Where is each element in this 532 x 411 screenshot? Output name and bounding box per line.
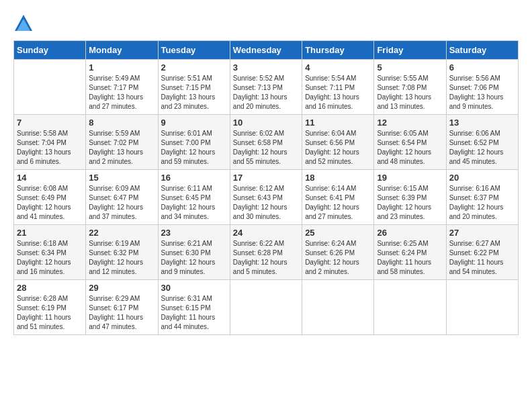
calendar-cell: 28Sunrise: 6:28 AMSunset: 6:19 PMDayligh… xyxy=(14,280,86,335)
calendar-cell: 29Sunrise: 6:29 AMSunset: 6:17 PMDayligh… xyxy=(86,280,158,335)
cell-info: Sunrise: 6:21 AMSunset: 6:30 PMDaylight:… xyxy=(161,239,227,277)
calendar-cell: 2Sunrise: 5:51 AMSunset: 7:15 PMDaylight… xyxy=(158,60,230,115)
calendar-cell: 20Sunrise: 6:16 AMSunset: 6:37 PMDayligh… xyxy=(446,170,518,225)
day-header-friday: Friday xyxy=(374,41,446,60)
day-number: 7 xyxy=(17,118,83,128)
day-number: 20 xyxy=(449,173,515,183)
cell-info: Sunrise: 6:28 AMSunset: 6:19 PMDaylight:… xyxy=(17,294,83,332)
cell-info: Sunrise: 6:12 AMSunset: 6:43 PMDaylight:… xyxy=(233,184,299,222)
calendar-cell: 23Sunrise: 6:21 AMSunset: 6:30 PMDayligh… xyxy=(158,225,230,280)
calendar-cell: 4Sunrise: 5:54 AMSunset: 7:11 PMDaylight… xyxy=(302,60,374,115)
calendar-cell: 1Sunrise: 5:49 AMSunset: 7:17 PMDaylight… xyxy=(86,60,158,115)
day-number: 12 xyxy=(377,118,443,128)
day-number: 8 xyxy=(89,118,154,128)
calendar-week-2: 7Sunrise: 5:58 AMSunset: 7:04 PMDaylight… xyxy=(14,115,519,170)
cell-info: Sunrise: 6:11 AMSunset: 6:45 PMDaylight:… xyxy=(161,184,227,222)
logo xyxy=(13,13,36,34)
calendar-cell: 30Sunrise: 6:31 AMSunset: 6:15 PMDayligh… xyxy=(158,280,230,335)
day-number: 18 xyxy=(305,173,371,183)
day-number: 26 xyxy=(377,228,443,238)
cell-info: Sunrise: 6:24 AMSunset: 6:26 PMDaylight:… xyxy=(305,239,371,277)
day-header-saturday: Saturday xyxy=(446,41,518,60)
day-number: 3 xyxy=(233,62,299,73)
calendar-cell: 21Sunrise: 6:18 AMSunset: 6:34 PMDayligh… xyxy=(14,225,86,280)
cell-info: Sunrise: 5:56 AMSunset: 7:06 PMDaylight:… xyxy=(449,74,515,111)
logo-icon xyxy=(13,13,34,34)
day-number: 27 xyxy=(449,228,515,238)
calendar-cell: 10Sunrise: 6:02 AMSunset: 6:58 PMDayligh… xyxy=(230,115,302,170)
day-number: 17 xyxy=(233,173,299,183)
day-number: 9 xyxy=(161,118,227,128)
day-number: 21 xyxy=(17,228,83,238)
day-number: 5 xyxy=(377,62,443,73)
day-number: 13 xyxy=(449,118,515,128)
cell-info: Sunrise: 6:06 AMSunset: 6:52 PMDaylight:… xyxy=(449,129,515,167)
calendar-cell: 11Sunrise: 6:04 AMSunset: 6:56 PMDayligh… xyxy=(302,115,374,170)
calendar-cell: 17Sunrise: 6:12 AMSunset: 6:43 PMDayligh… xyxy=(230,170,302,225)
day-number: 6 xyxy=(449,62,515,73)
day-number: 23 xyxy=(161,228,227,238)
calendar-week-4: 21Sunrise: 6:18 AMSunset: 6:34 PMDayligh… xyxy=(14,225,519,280)
cell-info: Sunrise: 6:02 AMSunset: 6:58 PMDaylight:… xyxy=(233,129,299,167)
day-number: 1 xyxy=(89,62,154,73)
calendar-cell xyxy=(302,280,374,335)
cell-info: Sunrise: 6:31 AMSunset: 6:15 PMDaylight:… xyxy=(161,294,227,332)
calendar-cell: 27Sunrise: 6:27 AMSunset: 6:22 PMDayligh… xyxy=(446,225,518,280)
day-number: 16 xyxy=(161,173,227,183)
calendar-cell: 15Sunrise: 6:09 AMSunset: 6:47 PMDayligh… xyxy=(86,170,158,225)
calendar-cell xyxy=(374,280,446,335)
calendar-cell: 19Sunrise: 6:15 AMSunset: 6:39 PMDayligh… xyxy=(374,170,446,225)
calendar-week-3: 14Sunrise: 6:08 AMSunset: 6:49 PMDayligh… xyxy=(14,170,519,225)
calendar-cell: 22Sunrise: 6:19 AMSunset: 6:32 PMDayligh… xyxy=(86,225,158,280)
cell-info: Sunrise: 6:18 AMSunset: 6:34 PMDaylight:… xyxy=(17,239,83,277)
day-number: 2 xyxy=(161,62,227,73)
cell-info: Sunrise: 5:54 AMSunset: 7:11 PMDaylight:… xyxy=(305,74,371,111)
calendar-cell: 16Sunrise: 6:11 AMSunset: 6:45 PMDayligh… xyxy=(158,170,230,225)
calendar-cell: 9Sunrise: 6:01 AMSunset: 7:00 PMDaylight… xyxy=(158,115,230,170)
day-number: 11 xyxy=(305,118,371,128)
calendar-header-row: SundayMondayTuesdayWednesdayThursdayFrid… xyxy=(14,41,519,60)
calendar-cell: 24Sunrise: 6:22 AMSunset: 6:28 PMDayligh… xyxy=(230,225,302,280)
day-number: 24 xyxy=(233,228,299,238)
cell-info: Sunrise: 5:59 AMSunset: 7:02 PMDaylight:… xyxy=(89,129,154,167)
day-number: 25 xyxy=(305,228,371,238)
calendar-cell: 12Sunrise: 6:05 AMSunset: 6:54 PMDayligh… xyxy=(374,115,446,170)
day-number: 4 xyxy=(305,62,371,73)
cell-info: Sunrise: 6:14 AMSunset: 6:41 PMDaylight:… xyxy=(305,184,371,222)
cell-info: Sunrise: 5:55 AMSunset: 7:08 PMDaylight:… xyxy=(377,74,443,111)
day-header-monday: Monday xyxy=(86,41,158,60)
calendar-cell xyxy=(446,280,518,335)
calendar-cell: 8Sunrise: 5:59 AMSunset: 7:02 PMDaylight… xyxy=(86,115,158,170)
day-number: 19 xyxy=(377,173,443,183)
cell-info: Sunrise: 6:15 AMSunset: 6:39 PMDaylight:… xyxy=(377,184,443,222)
day-header-sunday: Sunday xyxy=(14,41,86,60)
day-number: 28 xyxy=(17,283,83,293)
calendar-cell: 3Sunrise: 5:52 AMSunset: 7:13 PMDaylight… xyxy=(230,60,302,115)
cell-info: Sunrise: 6:25 AMSunset: 6:24 PMDaylight:… xyxy=(377,239,443,277)
cell-info: Sunrise: 5:52 AMSunset: 7:13 PMDaylight:… xyxy=(233,74,299,111)
day-header-tuesday: Tuesday xyxy=(158,41,230,60)
cell-info: Sunrise: 5:51 AMSunset: 7:15 PMDaylight:… xyxy=(161,74,227,111)
day-number: 15 xyxy=(89,173,154,183)
calendar-cell: 14Sunrise: 6:08 AMSunset: 6:49 PMDayligh… xyxy=(14,170,86,225)
calendar-cell: 7Sunrise: 5:58 AMSunset: 7:04 PMDaylight… xyxy=(14,115,86,170)
cell-info: Sunrise: 6:09 AMSunset: 6:47 PMDaylight:… xyxy=(89,184,154,222)
day-header-thursday: Thursday xyxy=(302,41,374,60)
calendar-cell xyxy=(230,280,302,335)
cell-info: Sunrise: 6:16 AMSunset: 6:37 PMDaylight:… xyxy=(449,184,515,222)
calendar-cell: 6Sunrise: 5:56 AMSunset: 7:06 PMDaylight… xyxy=(446,60,518,115)
day-number: 10 xyxy=(233,118,299,128)
cell-info: Sunrise: 6:08 AMSunset: 6:49 PMDaylight:… xyxy=(17,184,83,222)
day-number: 22 xyxy=(89,228,154,238)
cell-info: Sunrise: 6:29 AMSunset: 6:17 PMDaylight:… xyxy=(89,294,154,332)
cell-info: Sunrise: 6:19 AMSunset: 6:32 PMDaylight:… xyxy=(89,239,154,277)
cell-info: Sunrise: 6:05 AMSunset: 6:54 PMDaylight:… xyxy=(377,129,443,167)
cell-info: Sunrise: 5:49 AMSunset: 7:17 PMDaylight:… xyxy=(89,74,154,111)
cell-info: Sunrise: 6:01 AMSunset: 7:00 PMDaylight:… xyxy=(161,129,227,167)
calendar-cell: 26Sunrise: 6:25 AMSunset: 6:24 PMDayligh… xyxy=(374,225,446,280)
page-header xyxy=(13,13,519,34)
calendar-week-5: 28Sunrise: 6:28 AMSunset: 6:19 PMDayligh… xyxy=(14,280,519,335)
day-number: 29 xyxy=(89,283,154,293)
cell-info: Sunrise: 6:22 AMSunset: 6:28 PMDaylight:… xyxy=(233,239,299,277)
day-number: 30 xyxy=(161,283,227,293)
